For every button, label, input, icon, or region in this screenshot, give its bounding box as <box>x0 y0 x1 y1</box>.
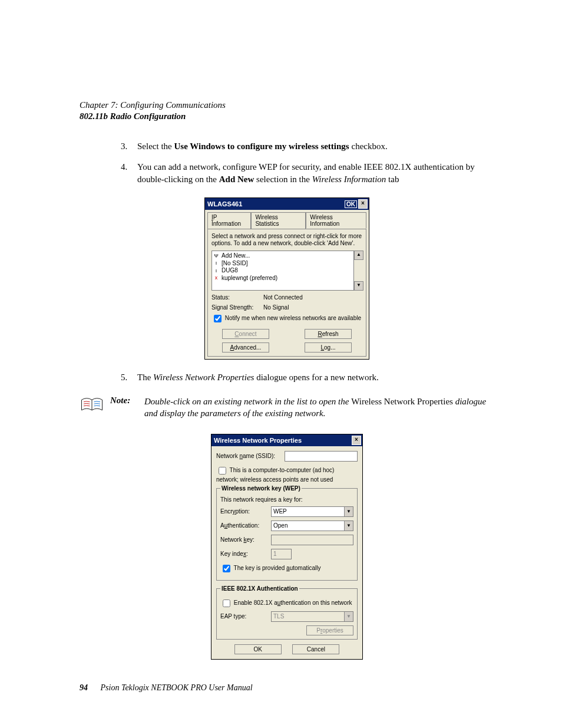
step-ital: Wireless Information <box>312 174 386 184</box>
autokey-label: The key is provided automatically <box>234 565 321 571</box>
scroll-down-icon[interactable]: ▼ <box>354 281 363 291</box>
scroll-up-icon[interactable]: ▲ <box>354 251 363 260</box>
network-key-label: Network key: <box>220 536 267 543</box>
signal-icon: x <box>213 275 219 281</box>
scrollbar[interactable]: ▲ ▼ <box>354 251 362 291</box>
step-text: checkbox. <box>349 141 388 151</box>
tab-wireless-statistics[interactable]: Wireless Statistics <box>251 212 306 229</box>
authentication-value: Open <box>272 521 344 531</box>
status-row: Status: Not Connected <box>211 294 362 301</box>
step-number: 3. <box>121 140 137 153</box>
titlebar: Wireless Network Properties × <box>211 434 362 446</box>
tab-panel: Select a network and press connect or ri… <box>207 229 366 357</box>
window-wlags461: WLAGS461 OK × IIP InformationP Informati… <box>204 197 369 360</box>
list-item[interactable]: xkuplewngt (preferred) <box>213 275 352 282</box>
list-item[interactable]: ΨAdd New... <box>213 252 352 260</box>
connect-button[interactable]: Connect <box>222 329 269 339</box>
key-index-input[interactable]: 1 <box>271 549 292 559</box>
signal-label: Signal Strength: <box>211 304 263 311</box>
properties-button[interactable]: Properties <box>306 625 353 635</box>
ssid-input[interactable] <box>285 451 358 462</box>
step-list: 3. Select the Use Windows to configure m… <box>121 140 494 186</box>
instruction-text: Select a network and press connect or ri… <box>211 233 362 247</box>
adhoc-checkbox[interactable] <box>219 467 226 475</box>
step-text: tab <box>386 174 399 184</box>
step-text: Select the <box>137 141 174 151</box>
signal-icon: ı <box>213 260 219 266</box>
signal-value: No Signal <box>263 304 289 311</box>
refresh-button[interactable]: Refresh <box>305 329 352 339</box>
step-text: dialogue opens for a new network. <box>254 373 378 382</box>
notify-checkbox[interactable] <box>214 315 222 322</box>
ieee-group: IEEE 802.1X Authentication Enable 802.1X… <box>216 585 358 640</box>
section-heading: 802.11b Radio Configuration <box>80 111 494 121</box>
adhoc-checkbox-row: This is a computer-to-computer (ad hoc) … <box>216 465 358 483</box>
step-number: 4. <box>121 161 137 186</box>
step-bold: Use Windows to configure my wireless set… <box>174 141 349 151</box>
authentication-select[interactable]: Open ▼ <box>271 521 353 531</box>
network-key-input[interactable] <box>271 535 353 545</box>
notify-label: Notify me when new wireless networks are… <box>225 315 361 321</box>
signal-icon: ı <box>213 268 219 274</box>
note-body: Double-click on an existing network in t… <box>144 396 494 420</box>
ssid-label: Network name (SSID): <box>216 453 281 459</box>
cancel-button[interactable]: Cancel <box>292 644 339 654</box>
encryption-select[interactable]: WEP ▼ <box>271 506 353 517</box>
window-wireless-properties: Wireless Network Properties × Network na… <box>211 434 363 660</box>
note-block: Note: Double-click on an existing networ… <box>80 396 494 420</box>
close-icon[interactable]: × <box>358 199 368 209</box>
adhoc-label: This is a computer-to-computer (ad hoc) … <box>216 467 334 483</box>
step-text: The <box>137 373 153 382</box>
enable-8021x-label: Enable 802.1X authentication on this net… <box>234 599 352 606</box>
notify-checkbox-row: Notify me when new wireless networks are… <box>211 313 362 324</box>
chapter-heading: Chapter 7: Configuring Communications <box>80 100 494 110</box>
ieee-legend: IEEE 802.1X Authentication <box>220 585 299 592</box>
footer-text: Psion Teklogix NETBOOK PRO User Manual <box>101 683 253 692</box>
status-label: Status: <box>211 294 263 301</box>
tab-wireless-information[interactable]: Wireless Information <box>306 212 366 229</box>
step-list-2: 5. The Wireless Network Properties dialo… <box>121 371 494 384</box>
network-listbox[interactable]: ΨAdd New... ı[No SSID] ıDUG8 xkuplewngt … <box>211 251 354 291</box>
tab-ip-information[interactable]: IIP InformationP Information <box>207 212 251 229</box>
book-icon <box>80 396 110 416</box>
wep-group: Wireless network key (WEP) This network … <box>216 485 358 581</box>
authentication-label: Authentication: <box>220 522 267 529</box>
eap-type-value: TLS <box>272 612 344 621</box>
step-number: 5. <box>121 371 137 384</box>
figure-wireless-properties: Wireless Network Properties × Network na… <box>80 434 494 660</box>
list-item[interactable]: ıDUG8 <box>213 267 352 275</box>
ok-button[interactable]: OK <box>345 200 357 208</box>
log-button[interactable]: Log... <box>305 342 352 353</box>
chevron-down-icon[interactable]: ▼ <box>344 612 353 621</box>
enable-8021x-row: Enable 802.1X authentication on this net… <box>220 598 353 609</box>
wep-legend: Wireless network key (WEP) <box>220 485 302 492</box>
note-label: Note: <box>110 396 144 406</box>
step-4: 4. You can add a network, configure WEP … <box>121 161 494 186</box>
status-value: Not Connected <box>263 294 303 301</box>
signal-row: Signal Strength: No Signal <box>211 304 362 311</box>
list-item[interactable]: ı[No SSID] <box>213 260 352 268</box>
autokey-checkbox-row: The key is provided automatically The ke… <box>220 563 353 574</box>
advanced-button[interactable]: Advanced... <box>222 342 269 353</box>
window-title: WLAGS461 <box>206 200 345 207</box>
dialog-body: Network name (SSID): Network name (SSID)… <box>211 446 362 659</box>
enable-8021x-checkbox[interactable] <box>223 599 230 607</box>
ok-button[interactable]: OK <box>234 644 282 654</box>
step-5: 5. The Wireless Network Properties dialo… <box>121 371 494 384</box>
eap-type-select[interactable]: TLS ▼ <box>271 611 353 622</box>
page-footer: 94 Psion Teklogix NETBOOK PRO User Manua… <box>80 683 494 693</box>
encryption-label: Encryption: <box>220 508 267 515</box>
eap-type-label: EAP type: <box>220 613 267 620</box>
encryption-value: WEP <box>272 507 344 516</box>
autokey-checkbox[interactable] <box>223 565 230 572</box>
step-bold: Add New <box>219 174 254 184</box>
step-3: 3. Select the Use Windows to configure m… <box>121 140 494 153</box>
chevron-down-icon[interactable]: ▼ <box>344 521 353 531</box>
step-ital: Wireless Network Properties <box>153 373 254 382</box>
wep-subtext: This network requires a key for: <box>220 496 353 503</box>
chevron-down-icon[interactable]: ▼ <box>344 507 353 516</box>
window-title: Wireless Network Properties <box>213 437 352 444</box>
page-number: 94 <box>80 683 88 692</box>
key-index-label: Key index: <box>220 551 267 557</box>
close-icon[interactable]: × <box>352 436 361 445</box>
